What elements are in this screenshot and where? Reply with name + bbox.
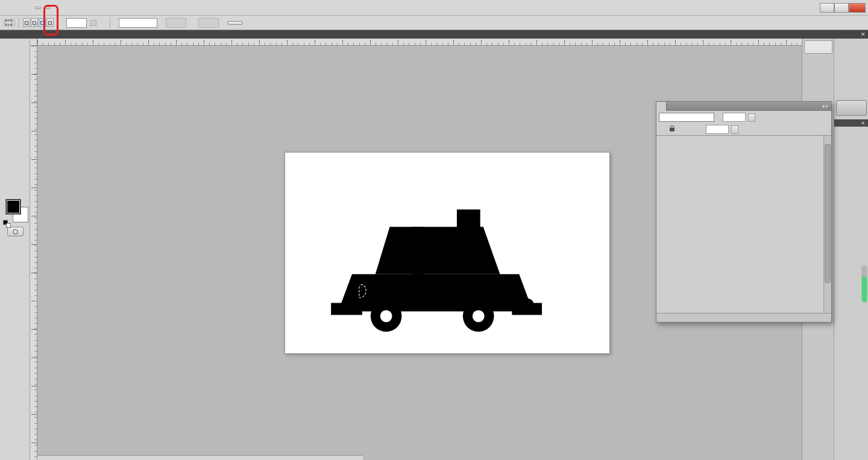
layers-panel-tab[interactable] xyxy=(656,102,667,111)
restore-button[interactable] xyxy=(834,3,849,13)
scrollbar-thumb[interactable] xyxy=(825,144,831,283)
screen-mode-button[interactable] xyxy=(80,7,84,8)
tool-preset-picker[interactable] xyxy=(4,19,15,27)
opacity-spinner-icon[interactable] xyxy=(748,113,755,122)
dock-close-icon[interactable]: ✕ xyxy=(861,30,866,39)
scroll-up-icon[interactable] xyxy=(824,136,831,143)
new-selection-button[interactable] xyxy=(23,18,30,27)
close-button[interactable] xyxy=(849,3,866,13)
toolbar-collapse-chevron[interactable] xyxy=(0,30,30,39)
document-tab-strip: ✕ xyxy=(0,30,868,39)
layers-panel: ▾≡ xyxy=(656,101,832,323)
dock-group-header: ✕ xyxy=(834,119,868,127)
marquee-preset-icon xyxy=(5,20,12,25)
tools-panel xyxy=(0,39,30,460)
fill-value[interactable] xyxy=(706,125,729,134)
opacity-value[interactable] xyxy=(723,113,746,122)
panel-menu-icon[interactable]: ▾≡ xyxy=(822,104,829,109)
arrange-documents-button[interactable] xyxy=(71,7,76,8)
dock-close-icon[interactable]: ✕ xyxy=(861,121,866,126)
width-input[interactable] xyxy=(166,18,186,28)
layers-panel-footer xyxy=(656,313,831,322)
fill-spinner-icon[interactable] xyxy=(731,125,738,134)
separator xyxy=(110,17,110,28)
add-to-selection-button[interactable] xyxy=(31,18,38,27)
document-canvas[interactable] xyxy=(285,152,610,354)
dock-column-panels: ✕ xyxy=(834,39,868,460)
horizontal-ruler[interactable] xyxy=(37,39,802,46)
default-colors-icon[interactable] xyxy=(3,220,11,228)
separator xyxy=(19,17,19,28)
height-input[interactable] xyxy=(198,18,219,28)
dock-layers-panel-button[interactable] xyxy=(836,100,867,116)
style-select[interactable] xyxy=(119,18,157,28)
zoom-level-button[interactable] xyxy=(63,7,68,8)
tool-options-bar xyxy=(0,16,868,30)
status-bar xyxy=(37,455,363,460)
vertical-ruler[interactable] xyxy=(30,46,37,460)
layers-scrollbar[interactable] xyxy=(823,136,831,313)
menu-bar xyxy=(0,0,868,16)
quick-mask-icon xyxy=(13,229,18,235)
foreground-color-swatch[interactable] xyxy=(5,199,21,215)
bridge-button[interactable] xyxy=(35,7,41,9)
layers-panel-header-buttons: ▾≡ xyxy=(819,102,831,111)
workspace-switcher xyxy=(799,3,868,13)
history-panel-button[interactable] xyxy=(804,40,832,54)
appbar-icons xyxy=(35,7,84,9)
layer-list xyxy=(656,136,831,313)
minimize-button[interactable] xyxy=(820,3,834,13)
scroll-down-icon[interactable] xyxy=(824,306,831,313)
lock-row xyxy=(656,124,831,136)
blend-mode-select[interactable] xyxy=(659,113,714,122)
feather-input[interactable] xyxy=(66,18,87,28)
ruler-corner xyxy=(30,39,37,46)
blend-mode-row xyxy=(656,111,831,124)
lock-all-icon[interactable] xyxy=(670,128,675,131)
antialias-checkbox[interactable] xyxy=(90,20,96,26)
car-artwork xyxy=(285,153,609,353)
red-highlight-annotation xyxy=(43,5,58,36)
layers-panel-header: ▾≡ xyxy=(656,102,831,111)
window-controls xyxy=(820,3,866,13)
refine-edge-button[interactable] xyxy=(227,21,243,25)
scroll-indicator[interactable] xyxy=(862,266,867,302)
